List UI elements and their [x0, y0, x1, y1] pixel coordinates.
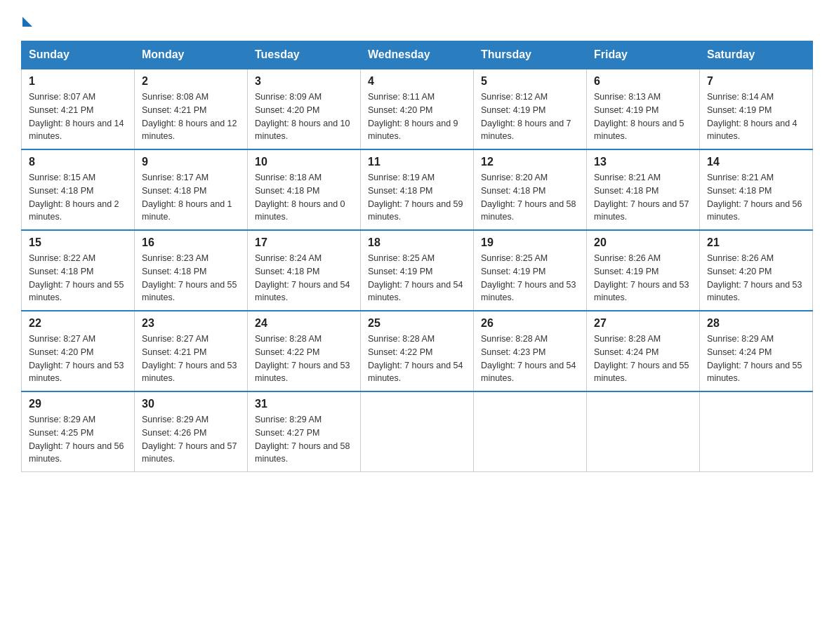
calendar-week-row: 22Sunrise: 8:27 AMSunset: 4:20 PMDayligh…: [22, 311, 813, 391]
day-number: 28: [707, 317, 805, 330]
day-info: Sunrise: 8:27 AMSunset: 4:21 PMDaylight:…: [142, 333, 240, 385]
calendar-day-cell: 28Sunrise: 8:29 AMSunset: 4:24 PMDayligh…: [700, 311, 813, 391]
calendar-day-cell: 15Sunrise: 8:22 AMSunset: 4:18 PMDayligh…: [22, 230, 135, 311]
calendar-day-cell: [361, 391, 474, 472]
calendar-week-row: 29Sunrise: 8:29 AMSunset: 4:25 PMDayligh…: [22, 391, 813, 472]
day-number: 8: [29, 156, 127, 168]
logo-arrow-icon: [22, 17, 32, 27]
day-number: 30: [142, 398, 240, 410]
day-number: 10: [255, 156, 353, 168]
day-info: Sunrise: 8:29 AMSunset: 4:24 PMDaylight:…: [707, 333, 805, 385]
day-info: Sunrise: 8:28 AMSunset: 4:22 PMDaylight:…: [255, 333, 353, 385]
calendar-day-cell: [700, 391, 813, 472]
calendar-day-cell: 18Sunrise: 8:25 AMSunset: 4:19 PMDayligh…: [361, 230, 474, 311]
calendar-day-cell: 26Sunrise: 8:28 AMSunset: 4:23 PMDayligh…: [474, 311, 587, 391]
calendar-day-cell: 20Sunrise: 8:26 AMSunset: 4:19 PMDayligh…: [587, 230, 700, 311]
day-number: 21: [707, 236, 805, 249]
calendar-day-cell: 27Sunrise: 8:28 AMSunset: 4:24 PMDayligh…: [587, 311, 700, 391]
column-header-friday: Friday: [587, 41, 700, 69]
calendar-day-cell: 24Sunrise: 8:28 AMSunset: 4:22 PMDayligh…: [248, 311, 361, 391]
day-number: 3: [255, 75, 353, 88]
calendar-week-row: 15Sunrise: 8:22 AMSunset: 4:18 PMDayligh…: [22, 230, 813, 311]
day-info: Sunrise: 8:20 AMSunset: 4:18 PMDaylight:…: [481, 171, 579, 224]
calendar-day-cell: 22Sunrise: 8:27 AMSunset: 4:20 PMDayligh…: [22, 311, 135, 391]
calendar-day-cell: 25Sunrise: 8:28 AMSunset: 4:22 PMDayligh…: [361, 311, 474, 391]
day-info: Sunrise: 8:25 AMSunset: 4:19 PMDaylight:…: [368, 252, 466, 304]
calendar-header-row: SundayMondayTuesdayWednesdayThursdayFrid…: [22, 41, 813, 69]
calendar-day-cell: 16Sunrise: 8:23 AMSunset: 4:18 PMDayligh…: [135, 230, 248, 311]
calendar-week-row: 1Sunrise: 8:07 AMSunset: 4:21 PMDaylight…: [22, 69, 813, 149]
calendar-day-cell: 14Sunrise: 8:21 AMSunset: 4:18 PMDayligh…: [700, 149, 813, 230]
day-info: Sunrise: 8:23 AMSunset: 4:18 PMDaylight:…: [142, 252, 240, 304]
day-number: 20: [594, 236, 692, 249]
day-number: 13: [594, 156, 692, 168]
calendar-day-cell: 8Sunrise: 8:15 AMSunset: 4:18 PMDaylight…: [22, 149, 135, 230]
day-info: Sunrise: 8:08 AMSunset: 4:21 PMDaylight:…: [142, 90, 240, 143]
day-number: 9: [142, 156, 240, 168]
day-info: Sunrise: 8:27 AMSunset: 4:20 PMDaylight:…: [29, 333, 127, 385]
column-header-saturday: Saturday: [700, 41, 813, 69]
day-info: Sunrise: 8:21 AMSunset: 4:18 PMDaylight:…: [594, 171, 692, 224]
day-number: 16: [142, 236, 240, 249]
day-info: Sunrise: 8:14 AMSunset: 4:19 PMDaylight:…: [707, 90, 805, 143]
calendar-day-cell: 31Sunrise: 8:29 AMSunset: 4:27 PMDayligh…: [248, 391, 361, 472]
day-info: Sunrise: 8:07 AMSunset: 4:21 PMDaylight:…: [29, 90, 127, 143]
calendar-day-cell: 9Sunrise: 8:17 AMSunset: 4:18 PMDaylight…: [135, 149, 248, 230]
column-header-monday: Monday: [135, 41, 248, 69]
day-number: 7: [707, 75, 805, 88]
day-info: Sunrise: 8:29 AMSunset: 4:27 PMDaylight:…: [255, 413, 353, 466]
day-info: Sunrise: 8:15 AMSunset: 4:18 PMDaylight:…: [29, 171, 127, 224]
calendar-day-cell: 2Sunrise: 8:08 AMSunset: 4:21 PMDaylight…: [135, 69, 248, 149]
calendar-week-row: 8Sunrise: 8:15 AMSunset: 4:18 PMDaylight…: [22, 149, 813, 230]
calendar-table: SundayMondayTuesdayWednesdayThursdayFrid…: [21, 41, 813, 472]
day-number: 26: [481, 317, 579, 330]
calendar-day-cell: 11Sunrise: 8:19 AMSunset: 4:18 PMDayligh…: [361, 149, 474, 230]
day-number: 5: [481, 75, 579, 88]
calendar-day-cell: 10Sunrise: 8:18 AMSunset: 4:18 PMDayligh…: [248, 149, 361, 230]
column-header-thursday: Thursday: [474, 41, 587, 69]
day-number: 22: [29, 317, 127, 330]
day-number: 4: [368, 75, 466, 88]
day-info: Sunrise: 8:22 AMSunset: 4:18 PMDaylight:…: [29, 252, 127, 304]
calendar-day-cell: 29Sunrise: 8:29 AMSunset: 4:25 PMDayligh…: [22, 391, 135, 472]
day-info: Sunrise: 8:11 AMSunset: 4:20 PMDaylight:…: [368, 90, 466, 143]
day-number: 24: [255, 317, 353, 330]
day-info: Sunrise: 8:28 AMSunset: 4:24 PMDaylight:…: [594, 333, 692, 385]
calendar-day-cell: 4Sunrise: 8:11 AMSunset: 4:20 PMDaylight…: [361, 69, 474, 149]
day-info: Sunrise: 8:12 AMSunset: 4:19 PMDaylight:…: [481, 90, 579, 143]
day-info: Sunrise: 8:29 AMSunset: 4:25 PMDaylight:…: [29, 413, 127, 466]
day-number: 14: [707, 156, 805, 168]
calendar-day-cell: 12Sunrise: 8:20 AMSunset: 4:18 PMDayligh…: [474, 149, 587, 230]
day-info: Sunrise: 8:09 AMSunset: 4:20 PMDaylight:…: [255, 90, 353, 143]
calendar-day-cell: 13Sunrise: 8:21 AMSunset: 4:18 PMDayligh…: [587, 149, 700, 230]
day-number: 6: [594, 75, 692, 88]
column-header-tuesday: Tuesday: [248, 41, 361, 69]
day-number: 19: [481, 236, 579, 249]
day-info: Sunrise: 8:17 AMSunset: 4:18 PMDaylight:…: [142, 171, 240, 224]
day-number: 25: [368, 317, 466, 330]
page-header: [21, 14, 813, 27]
day-number: 11: [368, 156, 466, 168]
column-header-sunday: Sunday: [22, 41, 135, 69]
day-number: 17: [255, 236, 353, 249]
calendar-day-cell: 3Sunrise: 8:09 AMSunset: 4:20 PMDaylight…: [248, 69, 361, 149]
calendar-day-cell: 21Sunrise: 8:26 AMSunset: 4:20 PMDayligh…: [700, 230, 813, 311]
day-number: 2: [142, 75, 240, 88]
day-info: Sunrise: 8:19 AMSunset: 4:18 PMDaylight:…: [368, 171, 466, 224]
day-info: Sunrise: 8:28 AMSunset: 4:23 PMDaylight:…: [481, 333, 579, 385]
calendar-day-cell: 5Sunrise: 8:12 AMSunset: 4:19 PMDaylight…: [474, 69, 587, 149]
calendar-day-cell: 17Sunrise: 8:24 AMSunset: 4:18 PMDayligh…: [248, 230, 361, 311]
day-number: 18: [368, 236, 466, 249]
day-number: 27: [594, 317, 692, 330]
calendar-day-cell: 7Sunrise: 8:14 AMSunset: 4:19 PMDaylight…: [700, 69, 813, 149]
day-number: 31: [255, 398, 353, 410]
calendar-day-cell: 23Sunrise: 8:27 AMSunset: 4:21 PMDayligh…: [135, 311, 248, 391]
day-info: Sunrise: 8:13 AMSunset: 4:19 PMDaylight:…: [594, 90, 692, 143]
day-info: Sunrise: 8:26 AMSunset: 4:20 PMDaylight:…: [707, 252, 805, 304]
column-header-wednesday: Wednesday: [361, 41, 474, 69]
day-number: 29: [29, 398, 127, 410]
day-number: 15: [29, 236, 127, 249]
logo: [21, 14, 32, 27]
calendar-day-cell: 6Sunrise: 8:13 AMSunset: 4:19 PMDaylight…: [587, 69, 700, 149]
day-number: 1: [29, 75, 127, 88]
